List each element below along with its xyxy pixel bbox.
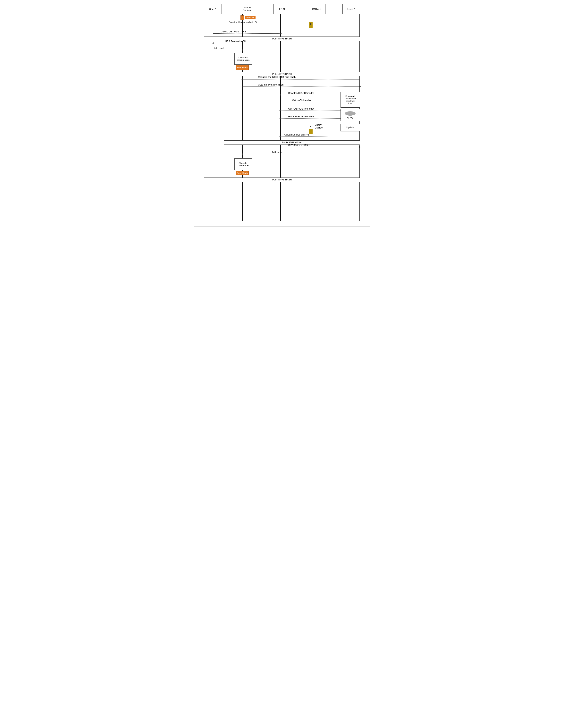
msg-ipfs-returns-hash-2-label: IPFS Returns HASH — [289, 144, 310, 147]
msg-upload-dstree-2-label: Upload DSTree on IPFS — [285, 133, 310, 136]
actor-smartcontract: Smart Contract — [239, 4, 256, 14]
actor-ipfs: IPFS — [273, 4, 291, 14]
msg-ipfs-returns-hash-1: IPFS Returns HASH — [213, 43, 280, 43]
actor-user1: User 1 — [204, 4, 222, 14]
public-bar-4: Public IPFS HASH — [204, 178, 360, 182]
msg-upload-label: Upload DSTree on IPFS — [221, 30, 246, 33]
msg-add-hash-2: Add Hash — [242, 154, 360, 154]
init-block-label: Init block — [245, 16, 255, 19]
diagram-container: User 1 Smart Contract IPFS DSTree User 2 — [194, 0, 370, 227]
msg-upload-dstree-2: Upload DSTree on IPFS — [280, 136, 330, 137]
msg-add-hash-1-label: Add Hash — [214, 47, 224, 50]
msg-construct-index: Construct Index and add GI — [213, 24, 311, 24]
query-box: Query — [341, 109, 360, 121]
msg-get-dstree-index-2-label: Get HASH/DSTree-index — [289, 115, 314, 118]
msg-gets-root-hash-label: Gets the IPFS root Hash — [258, 83, 284, 86]
msg-download-hash-header-label: Download HASH/header — [289, 92, 314, 95]
new-block-2: New Block — [236, 171, 249, 175]
check-concurrencies-2: Check forconcurencies — [234, 158, 252, 170]
new-block-1: New Block — [236, 65, 249, 70]
msg-ipfs-returns-hash-2: IPFS Returns HASH — [280, 147, 360, 147]
msg-construct-index-label: Construct Index and add GI — [229, 21, 257, 24]
lifelines-area: Init block Construct Index and add GI Up… — [204, 14, 360, 221]
msg-add-hash-1: Add Hash — [213, 50, 242, 50]
update-box: Update — [341, 124, 360, 131]
msg-get-hash-header-label: Get HASH/header — [292, 99, 311, 102]
actors-row: User 1 Smart Contract IPFS DSTree User 2 — [198, 4, 366, 14]
lifeline-user1 — [213, 14, 213, 221]
check-concurrencies-1: Check forconcurencies — [234, 53, 252, 65]
actor-dstree: DSTree — [308, 4, 326, 14]
msg-modify-dstree-label: ModifyDSTree — [315, 124, 323, 129]
msg-request-hash-label: Request the latest IPFS root Hash — [258, 76, 296, 79]
lifeline-ipfs — [280, 14, 281, 221]
msg-add-hash-2-label: Add Hash — [272, 151, 282, 154]
lifeline-smartcontract — [242, 14, 242, 221]
msg-ipfs-returns-label: IPFS Returns HASH — [225, 40, 246, 43]
activation-init-block — [240, 15, 244, 20]
msg-upload-dstree: Upload DSTree on IPFS — [213, 33, 280, 34]
download-header-box: DownloadHeader andconstructtree — [341, 92, 360, 108]
msg-get-dstree-index-1-label: Get HASH/DSTree-index — [289, 107, 314, 110]
actor-user2: User 2 — [343, 4, 360, 14]
